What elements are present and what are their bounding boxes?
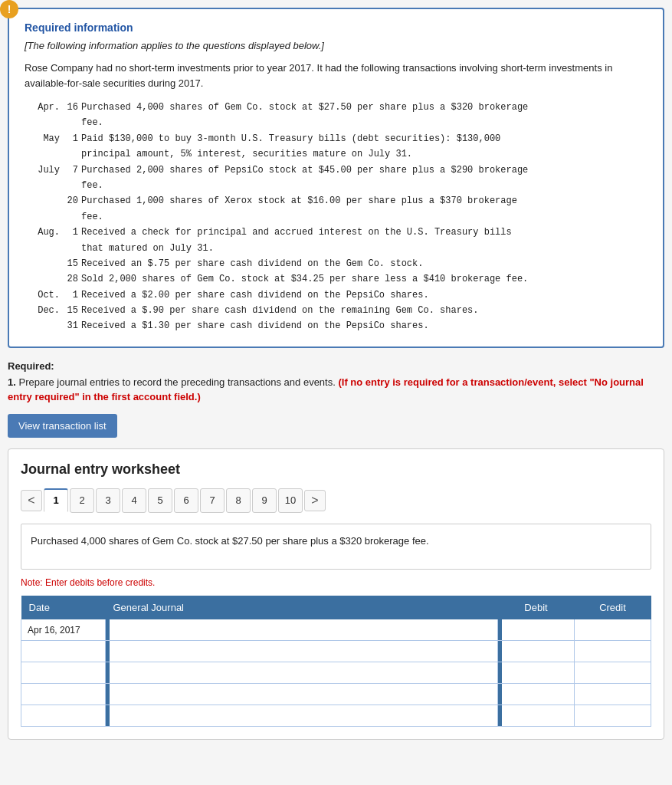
- view-transaction-list-button[interactable]: View transaction list: [8, 414, 117, 438]
- intro-text: Rose Company had no short-term investmen…: [25, 61, 647, 90]
- date-cell-5: [21, 705, 106, 727]
- worksheet-title: Journal entry worksheet: [21, 461, 651, 478]
- step-number: 1.: [8, 376, 16, 388]
- journal-table: Date General Journal Debit Credit Apr 16…: [21, 596, 651, 728]
- instruction-text: Prepare journal entries to record the pr…: [18, 376, 335, 388]
- debit-cell-1[interactable]: [498, 619, 575, 641]
- debit-header: Debit: [498, 596, 575, 619]
- date-cell-2: [21, 641, 106, 662]
- tab-2[interactable]: 2: [70, 488, 94, 513]
- journal-cell-1[interactable]: [106, 619, 498, 641]
- journal-input-1[interactable]: [110, 619, 497, 641]
- tab-3[interactable]: 3: [96, 488, 120, 513]
- journal-input-3[interactable]: [110, 662, 497, 683]
- date-cell-1: Apr 16, 2017: [21, 619, 106, 641]
- date-header: Date: [21, 596, 106, 619]
- debit-input-5[interactable]: [502, 705, 574, 726]
- tab-6[interactable]: 6: [174, 488, 198, 513]
- next-arrow[interactable]: >: [304, 490, 326, 511]
- tab-5[interactable]: 5: [148, 488, 172, 513]
- journal-cell-5[interactable]: [106, 705, 498, 727]
- journal-cell-3[interactable]: [106, 662, 498, 684]
- required-label: Required:: [8, 360, 664, 372]
- description-box: Purchased 4,000 shares of Gem Co. stock …: [21, 524, 651, 570]
- credit-cell-4[interactable]: [575, 684, 651, 705]
- credit-cell-3[interactable]: [575, 662, 651, 684]
- italic-note: [The following information applies to th…: [25, 40, 647, 51]
- credit-input-2[interactable]: [575, 641, 651, 662]
- worksheet-container: Journal entry worksheet < 1 2 3 4 5 6 7 …: [8, 448, 664, 741]
- tab-navigation: < 1 2 3 4 5 6 7 8 9 10 >: [21, 488, 651, 513]
- tab-1[interactable]: 1: [44, 488, 68, 513]
- transactions: Apr. 16 Purchased 4,000 shares of Gem Co…: [25, 100, 647, 334]
- credit-input-4[interactable]: [575, 684, 651, 705]
- tab-10[interactable]: 10: [278, 488, 303, 513]
- required-instruction: 1. Prepare journal entries to record the…: [8, 375, 664, 405]
- tab-9[interactable]: 9: [252, 488, 277, 513]
- info-box: ! Required information [The following in…: [8, 8, 664, 348]
- credit-input-1[interactable]: [575, 619, 651, 641]
- journal-input-4[interactable]: [110, 684, 497, 705]
- prev-arrow[interactable]: <: [21, 490, 42, 511]
- debit-cell-5[interactable]: [498, 705, 575, 727]
- info-title: Required information: [25, 21, 647, 34]
- credit-input-5[interactable]: [575, 705, 651, 726]
- debit-input-2[interactable]: [502, 641, 574, 662]
- journal-input-5[interactable]: [110, 705, 497, 726]
- table-row: [21, 705, 651, 727]
- journal-cell-4[interactable]: [106, 684, 498, 705]
- date-cell-3: [21, 662, 106, 684]
- alert-icon: !: [0, 0, 18, 18]
- tab-4[interactable]: 4: [122, 488, 146, 513]
- debit-cell-4[interactable]: [498, 684, 575, 705]
- credit-cell-5[interactable]: [575, 705, 651, 727]
- note-text: Note: Enter debits before credits.: [21, 577, 651, 588]
- table-row: Apr 16, 2017: [21, 619, 651, 641]
- debit-input-3[interactable]: [502, 662, 574, 683]
- tab-7[interactable]: 7: [200, 488, 225, 513]
- journal-input-2[interactable]: [110, 641, 497, 662]
- debit-input-1[interactable]: [502, 619, 574, 641]
- credit-cell-2[interactable]: [575, 641, 651, 662]
- tab-8[interactable]: 8: [226, 488, 251, 513]
- required-section: Required: 1. Prepare journal entries to …: [8, 360, 664, 405]
- journal-header: General Journal: [106, 596, 498, 619]
- table-row: [21, 641, 651, 662]
- debit-cell-2[interactable]: [498, 641, 575, 662]
- credit-input-3[interactable]: [575, 662, 651, 683]
- table-row: [21, 684, 651, 705]
- journal-cell-2[interactable]: [106, 641, 498, 662]
- credit-header: Credit: [575, 596, 651, 619]
- credit-cell-1[interactable]: [575, 619, 651, 641]
- date-cell-4: [21, 684, 106, 705]
- debit-input-4[interactable]: [502, 684, 574, 705]
- debit-cell-3[interactable]: [498, 662, 575, 684]
- table-row: [21, 662, 651, 684]
